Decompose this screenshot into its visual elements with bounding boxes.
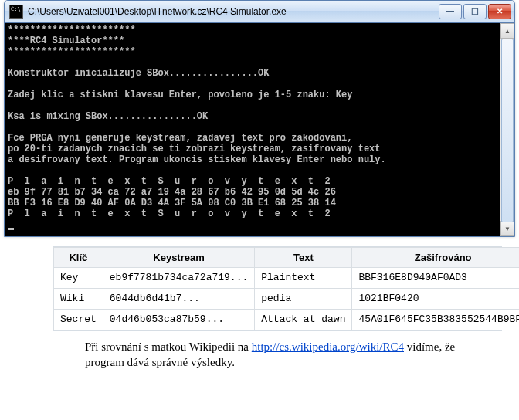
console-cursor-line xyxy=(8,219,511,233)
cell-key: Secret xyxy=(54,310,103,330)
window-title: C:\Users\Uzivatel001\Desktop\ITnetwork.c… xyxy=(28,6,439,17)
cell-enc: 45A01F645FC35B383552544B9BF5 xyxy=(352,310,519,330)
vertical-scrollbar[interactable]: ▲ ▼ xyxy=(500,23,514,236)
scroll-thumb[interactable] xyxy=(501,39,514,222)
app-icon xyxy=(9,5,23,19)
table-row: Secret 04d46b053ca87b59... Attack at daw… xyxy=(54,310,520,330)
titlebar[interactable]: C:\Users\Uzivatel001\Desktop\ITnetwork.c… xyxy=(5,1,514,23)
window-controls xyxy=(439,4,511,19)
col-text: Text xyxy=(255,248,352,268)
maximize-button[interactable] xyxy=(463,4,487,19)
app-window: C:\Users\Uzivatel001\Desktop\ITnetwork.c… xyxy=(4,0,515,237)
scroll-down-button[interactable]: ▼ xyxy=(500,221,514,236)
cell-enc: 1021BF0420 xyxy=(352,289,519,310)
caption-paragraph: Při srovnání s matkou Wikipedii na http:… xyxy=(85,339,471,370)
close-button[interactable] xyxy=(488,4,511,19)
table-row: Wiki 6044db6d41b7... pedia 1021BF0420 xyxy=(54,289,520,310)
console-output: *********************** ****RC4 Simulato… xyxy=(8,25,511,219)
cell-text: pedia xyxy=(255,289,352,310)
table-header-row: Klíč Keystream Text Zašifrováno xyxy=(54,248,520,268)
col-keystream: Keystream xyxy=(103,248,254,268)
console-area[interactable]: *********************** ****RC4 Simulato… xyxy=(5,23,514,236)
scroll-track[interactable] xyxy=(500,39,514,221)
col-key: Klíč xyxy=(54,248,103,268)
scroll-up-button[interactable]: ▲ xyxy=(500,23,514,39)
cell-keystream: 6044db6d41b7... xyxy=(103,289,254,310)
wiki-link[interactable]: http://cs.wikipedia.org/wiki/RC4 xyxy=(252,340,404,353)
table-row: Key eb9f7781b734ca72a719... Plaintext BB… xyxy=(54,268,520,289)
cell-text: Attack at dawn xyxy=(255,310,352,330)
cell-key: Wiki xyxy=(54,289,103,310)
cell-text: Plaintext xyxy=(255,268,352,289)
cell-keystream: 04d46b053ca87b59... xyxy=(103,310,254,330)
cell-keystream: eb9f7781b734ca72a719... xyxy=(103,268,254,289)
cell-enc: BBF316E8D940AF0AD3 xyxy=(352,268,519,289)
col-enc: Zašifrováno xyxy=(352,248,519,268)
cursor xyxy=(8,228,14,230)
cell-key: Key xyxy=(54,268,103,289)
results-table: Klíč Keystream Text Zašifrováno Key eb9f… xyxy=(53,247,519,330)
results-table-container: Klíč Keystream Text Zašifrováno Key eb9f… xyxy=(53,246,502,331)
minimize-button[interactable] xyxy=(439,4,462,19)
caption-before: Při srovnání s matkou Wikipedii na xyxy=(85,340,252,353)
